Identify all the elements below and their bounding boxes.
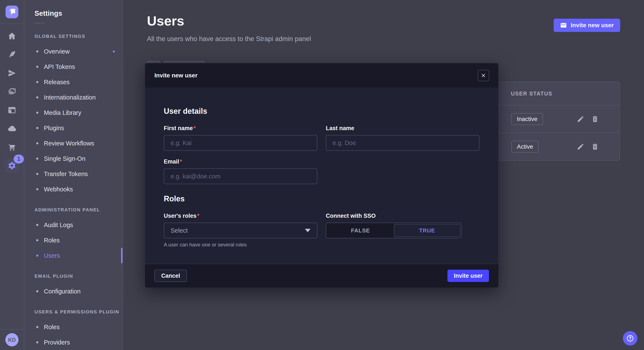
- modal-header: Invite new user: [145, 63, 498, 88]
- invite-user-submit-button[interactable]: Invite user: [448, 270, 489, 282]
- sso-label: Connect with SSO: [326, 213, 480, 219]
- last-name-field-group: Last name: [326, 125, 480, 151]
- roles-label: User's roles*: [164, 213, 317, 219]
- email-label: Email*: [164, 159, 317, 165]
- first-name-label: First name*: [164, 125, 317, 132]
- sso-toggle: FALSE TRUE: [326, 223, 462, 238]
- modal-title: Invite new user: [154, 72, 198, 79]
- last-name-label: Last name: [326, 125, 480, 132]
- cancel-button[interactable]: Cancel: [154, 270, 187, 282]
- first-name-input[interactable]: [164, 135, 317, 151]
- required-asterisk: *: [180, 159, 182, 165]
- email-input[interactable]: [164, 169, 317, 184]
- first-name-field-group: First name*: [164, 125, 317, 151]
- close-modal-button[interactable]: [478, 70, 489, 81]
- email-field-group: Email*: [164, 159, 317, 184]
- required-asterisk: *: [197, 213, 200, 219]
- roles-field-group: User's roles* Select A user can have one…: [164, 213, 317, 248]
- invite-user-modal: Invite new user User details First name*…: [145, 63, 498, 288]
- modal-footer: Cancel Invite user: [145, 264, 498, 288]
- roles-select-value: Select: [170, 227, 188, 234]
- sso-field-group: Connect with SSO FALSE TRUE: [326, 213, 480, 248]
- sso-false-option[interactable]: FALSE: [327, 224, 394, 237]
- sso-true-option[interactable]: TRUE: [394, 224, 460, 237]
- last-name-input[interactable]: [326, 135, 480, 151]
- roles-heading: Roles: [164, 194, 480, 203]
- modal-body: User details First name* Last name Email…: [145, 88, 498, 264]
- close-icon: [481, 73, 486, 78]
- required-asterisk: *: [194, 125, 196, 131]
- roles-hint: A user can have one or several roles: [164, 242, 317, 248]
- user-details-heading: User details: [164, 88, 480, 116]
- chevron-down-icon: [305, 229, 310, 232]
- roles-select[interactable]: Select: [164, 223, 317, 238]
